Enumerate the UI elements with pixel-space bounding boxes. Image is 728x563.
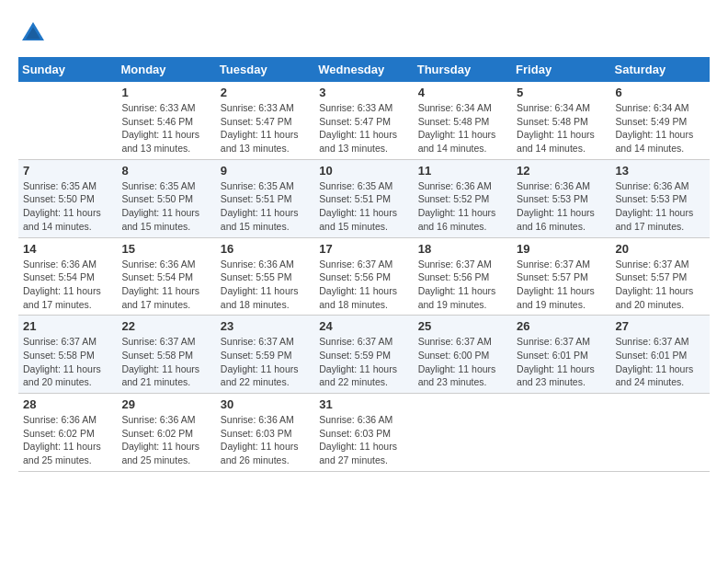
- day-info: Sunrise: 6:37 AMSunset: 5:58 PMDaylight:…: [121, 335, 210, 389]
- day-info: Sunrise: 6:36 AMSunset: 5:53 PMDaylight:…: [616, 179, 705, 234]
- day-info: Sunrise: 6:36 AMSunset: 5:54 PMDaylight:…: [23, 258, 112, 312]
- day-number: 3: [319, 86, 408, 99]
- calendar-cell: 30Sunrise: 6:36 AMSunset: 6:03 PMDayligh…: [216, 394, 314, 472]
- day-number: 5: [517, 86, 606, 99]
- day-number: 10: [319, 164, 408, 178]
- calendar-cell: 27Sunrise: 6:37 AMSunset: 6:01 PMDayligh…: [611, 316, 710, 394]
- day-info: Sunrise: 6:36 AMSunset: 5:52 PMDaylight:…: [418, 179, 507, 234]
- calendar-week-4: 21Sunrise: 6:37 AMSunset: 5:58 PMDayligh…: [18, 316, 710, 394]
- calendar-cell: 2Sunrise: 6:33 AMSunset: 5:47 PMDaylight…: [216, 82, 314, 159]
- day-info: Sunrise: 6:37 AMSunset: 6:01 PMDaylight:…: [616, 335, 705, 389]
- day-info: Sunrise: 6:34 AMSunset: 5:48 PMDaylight:…: [517, 101, 606, 155]
- weekday-header-sunday: Sunday: [18, 57, 117, 82]
- day-info: Sunrise: 6:37 AMSunset: 5:57 PMDaylight:…: [517, 258, 606, 312]
- day-number: 24: [319, 319, 408, 333]
- calendar-cell: 24Sunrise: 6:37 AMSunset: 5:59 PMDayligh…: [314, 316, 413, 394]
- day-number: 21: [23, 319, 112, 333]
- day-info: Sunrise: 6:36 AMSunset: 6:03 PMDaylight:…: [221, 413, 310, 467]
- day-number: 6: [616, 86, 705, 99]
- day-number: 28: [23, 397, 112, 411]
- day-number: 9: [221, 164, 310, 178]
- calendar-table: SundayMondayTuesdayWednesdayThursdayFrid…: [18, 57, 710, 472]
- day-number: 23: [221, 319, 310, 333]
- day-info: Sunrise: 6:36 AMSunset: 5:53 PMDaylight:…: [517, 179, 606, 234]
- day-info: Sunrise: 6:37 AMSunset: 6:00 PMDaylight:…: [418, 335, 507, 389]
- weekday-header-wednesday: Wednesday: [314, 57, 413, 82]
- weekday-header-row: SundayMondayTuesdayWednesdayThursdayFrid…: [18, 57, 710, 82]
- calendar-cell: [414, 394, 512, 472]
- calendar-cell: 11Sunrise: 6:36 AMSunset: 5:52 PMDayligh…: [414, 159, 512, 237]
- day-number: 25: [418, 319, 507, 333]
- calendar-cell: 3Sunrise: 6:33 AMSunset: 5:47 PMDaylight…: [314, 82, 413, 159]
- logo: [18, 18, 51, 48]
- calendar-cell: 16Sunrise: 6:36 AMSunset: 5:55 PMDayligh…: [216, 237, 314, 316]
- day-number: 18: [418, 242, 507, 256]
- day-info: Sunrise: 6:35 AMSunset: 5:51 PMDaylight:…: [319, 179, 408, 234]
- day-number: 22: [121, 319, 210, 333]
- day-number: 31: [319, 397, 408, 411]
- day-info: Sunrise: 6:37 AMSunset: 5:57 PMDaylight:…: [616, 258, 705, 312]
- calendar-week-3: 14Sunrise: 6:36 AMSunset: 5:54 PMDayligh…: [18, 237, 710, 316]
- day-info: Sunrise: 6:35 AMSunset: 5:50 PMDaylight:…: [23, 179, 112, 234]
- day-info: Sunrise: 6:36 AMSunset: 6:03 PMDaylight:…: [319, 413, 408, 467]
- calendar-cell: 1Sunrise: 6:33 AMSunset: 5:46 PMDaylight…: [117, 82, 215, 159]
- calendar-cell: [18, 82, 117, 159]
- calendar-cell: 10Sunrise: 6:35 AMSunset: 5:51 PMDayligh…: [314, 159, 413, 237]
- calendar-cell: 14Sunrise: 6:36 AMSunset: 5:54 PMDayligh…: [18, 237, 117, 316]
- calendar-cell: 25Sunrise: 6:37 AMSunset: 6:00 PMDayligh…: [414, 316, 512, 394]
- day-number: 11: [418, 164, 507, 178]
- day-number: 17: [319, 242, 408, 256]
- day-number: 4: [418, 86, 507, 99]
- calendar-week-5: 28Sunrise: 6:36 AMSunset: 6:02 PMDayligh…: [18, 394, 710, 472]
- day-number: 15: [121, 242, 210, 256]
- logo-icon: [18, 18, 48, 48]
- calendar-cell: 8Sunrise: 6:35 AMSunset: 5:50 PMDaylight…: [117, 159, 215, 237]
- calendar-cell: 18Sunrise: 6:37 AMSunset: 5:56 PMDayligh…: [414, 237, 512, 316]
- page-header: [18, 18, 710, 48]
- day-info: Sunrise: 6:34 AMSunset: 5:49 PMDaylight:…: [616, 101, 705, 155]
- weekday-header-tuesday: Tuesday: [216, 57, 314, 82]
- calendar-cell: 4Sunrise: 6:34 AMSunset: 5:48 PMDaylight…: [414, 82, 512, 159]
- calendar-cell: 28Sunrise: 6:36 AMSunset: 6:02 PMDayligh…: [18, 394, 117, 472]
- day-info: Sunrise: 6:36 AMSunset: 5:54 PMDaylight:…: [121, 258, 210, 312]
- calendar-cell: 29Sunrise: 6:36 AMSunset: 6:02 PMDayligh…: [117, 394, 215, 472]
- calendar-cell: 9Sunrise: 6:35 AMSunset: 5:51 PMDaylight…: [216, 159, 314, 237]
- day-info: Sunrise: 6:36 AMSunset: 6:02 PMDaylight:…: [121, 413, 210, 467]
- calendar-cell: 21Sunrise: 6:37 AMSunset: 5:58 PMDayligh…: [18, 316, 117, 394]
- calendar-cell: 5Sunrise: 6:34 AMSunset: 5:48 PMDaylight…: [512, 82, 610, 159]
- day-number: 1: [121, 86, 210, 99]
- day-info: Sunrise: 6:35 AMSunset: 5:50 PMDaylight:…: [121, 179, 210, 234]
- day-number: 27: [616, 319, 705, 333]
- calendar-cell: [512, 394, 610, 472]
- calendar-cell: 6Sunrise: 6:34 AMSunset: 5:49 PMDaylight…: [611, 82, 710, 159]
- day-number: 19: [517, 242, 606, 256]
- day-number: 14: [23, 242, 112, 256]
- calendar-cell: 7Sunrise: 6:35 AMSunset: 5:50 PMDaylight…: [18, 159, 117, 237]
- calendar-cell: 20Sunrise: 6:37 AMSunset: 5:57 PMDayligh…: [611, 237, 710, 316]
- day-number: 7: [23, 164, 112, 178]
- day-number: 16: [221, 242, 310, 256]
- calendar-cell: 13Sunrise: 6:36 AMSunset: 5:53 PMDayligh…: [611, 159, 710, 237]
- day-info: Sunrise: 6:37 AMSunset: 6:01 PMDaylight:…: [517, 335, 606, 389]
- calendar-week-2: 7Sunrise: 6:35 AMSunset: 5:50 PMDaylight…: [18, 159, 710, 237]
- weekday-header-saturday: Saturday: [611, 57, 710, 82]
- day-info: Sunrise: 6:37 AMSunset: 5:58 PMDaylight:…: [23, 335, 112, 389]
- day-info: Sunrise: 6:37 AMSunset: 5:59 PMDaylight:…: [319, 335, 408, 389]
- calendar-cell: 12Sunrise: 6:36 AMSunset: 5:53 PMDayligh…: [512, 159, 610, 237]
- day-info: Sunrise: 6:37 AMSunset: 5:56 PMDaylight:…: [418, 258, 507, 312]
- day-info: Sunrise: 6:33 AMSunset: 5:47 PMDaylight:…: [221, 101, 310, 155]
- day-number: 2: [221, 86, 310, 99]
- day-number: 12: [517, 164, 606, 178]
- calendar-week-1: 1Sunrise: 6:33 AMSunset: 5:46 PMDaylight…: [18, 82, 710, 159]
- weekday-header-friday: Friday: [512, 57, 610, 82]
- day-info: Sunrise: 6:33 AMSunset: 5:47 PMDaylight:…: [319, 101, 408, 155]
- calendar-cell: [611, 394, 710, 472]
- day-info: Sunrise: 6:37 AMSunset: 5:59 PMDaylight:…: [221, 335, 310, 389]
- day-number: 30: [221, 397, 310, 411]
- calendar-cell: 17Sunrise: 6:37 AMSunset: 5:56 PMDayligh…: [314, 237, 413, 316]
- day-info: Sunrise: 6:35 AMSunset: 5:51 PMDaylight:…: [221, 179, 310, 234]
- calendar-cell: 23Sunrise: 6:37 AMSunset: 5:59 PMDayligh…: [216, 316, 314, 394]
- day-info: Sunrise: 6:33 AMSunset: 5:46 PMDaylight:…: [121, 101, 210, 155]
- day-number: 26: [517, 319, 606, 333]
- day-number: 8: [121, 164, 210, 178]
